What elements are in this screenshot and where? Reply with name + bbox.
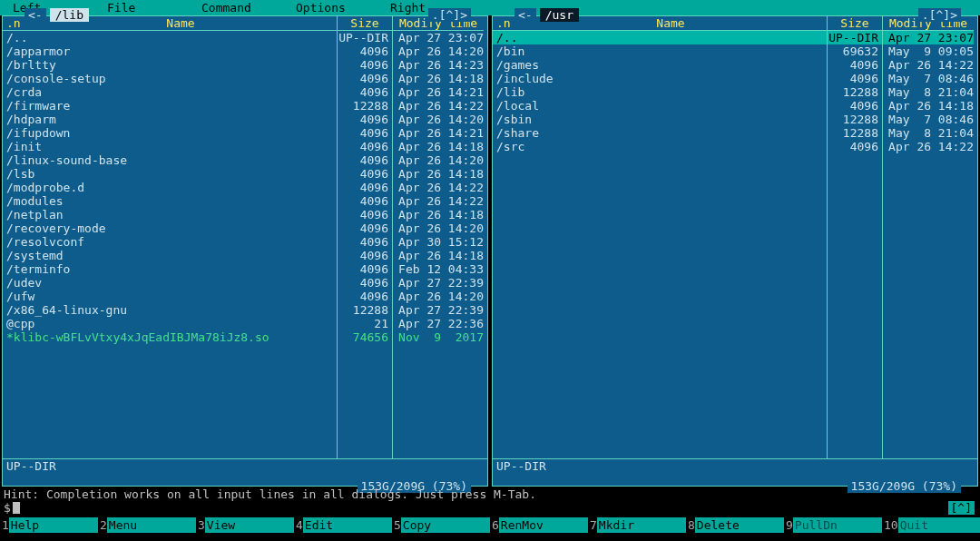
shell-area: Hint: Completion works on all input line… (0, 487, 980, 517)
file-mtime: Apr 27 22:39 (393, 276, 484, 290)
file-row[interactable]: /.. (493, 31, 827, 44)
left-panel-title[interactable]: <- /lib (24, 8, 89, 22)
subshell-indicator[interactable]: [^] (948, 501, 975, 515)
file-mtime: Nov 9 2017 (393, 330, 484, 344)
file-row[interactable]: /bin (493, 44, 827, 58)
file-row[interactable]: /src (493, 140, 827, 153)
file-row[interactable]: /include (493, 72, 827, 85)
file-row[interactable]: /ufw (3, 290, 337, 303)
fkey-view[interactable]: 3View (196, 517, 294, 533)
file-row[interactable]: /recovery-mode (3, 221, 337, 235)
file-mtime: Apr 26 14:18 (393, 72, 484, 85)
left-sort-indicator[interactable]: .[^]> (428, 8, 471, 22)
fkey-mkdir[interactable]: 7Mkdir (588, 517, 686, 533)
file-row[interactable]: /modprobe.d (3, 181, 337, 194)
file-row[interactable]: /hdparm (3, 113, 337, 126)
file-mtime: Apr 26 14:22 (393, 99, 484, 113)
file-size: 4096 (338, 140, 392, 153)
file-mtime: Apr 27 22:39 (393, 303, 484, 317)
fkey-number: 5 (392, 518, 401, 532)
file-row[interactable]: /lsb (3, 167, 337, 181)
file-row[interactable]: /brltty (3, 58, 337, 72)
file-size: 74656 (338, 330, 392, 344)
file-row[interactable]: /games (493, 58, 827, 72)
file-row[interactable]: /ifupdown (3, 126, 337, 140)
file-row[interactable]: /apparmor (3, 44, 337, 58)
function-key-bar: 1Help2Menu3View4Edit5Copy6RenMov7Mkdir8D… (0, 517, 980, 533)
file-mtime: Apr 26 14:21 (393, 126, 484, 140)
right-col-size-header[interactable]: Size (828, 16, 882, 30)
file-row[interactable]: /lib (493, 85, 827, 99)
file-size: 4096 (828, 72, 882, 85)
menu-file[interactable]: File (94, 1, 189, 15)
fkey-copy[interactable]: 5Copy (392, 517, 490, 533)
file-row[interactable]: /netplan (3, 208, 337, 221)
file-size: 4096 (338, 58, 392, 72)
file-row[interactable]: /udev (3, 276, 337, 290)
file-row[interactable]: /terminfo (3, 262, 337, 276)
shell-prompt[interactable]: $ (4, 501, 976, 515)
file-mtime: Apr 26 14:18 (393, 140, 484, 153)
fkey-edit[interactable]: 4Edit (294, 517, 392, 533)
file-row[interactable]: /local (493, 99, 827, 113)
menu-command[interactable]: Command (189, 1, 283, 15)
file-size: 4096 (338, 235, 392, 249)
file-row[interactable]: /.. (3, 31, 337, 44)
left-panel[interactable]: <- /lib .[^]> .n Name /../apparmor/brltt… (2, 15, 488, 487)
left-col-size-header[interactable]: Size (338, 16, 392, 30)
fkey-number: 1 (0, 518, 9, 532)
file-row[interactable]: /crda (3, 85, 337, 99)
file-mtime: Apr 30 15:12 (393, 235, 484, 249)
file-row[interactable]: /x86_64-linux-gnu (3, 303, 337, 317)
fkey-menu[interactable]: 2Menu (98, 517, 196, 533)
fkey-pulldn[interactable]: 9PullDn (784, 517, 882, 533)
file-size: 12288 (828, 126, 882, 140)
file-size: 4096 (338, 126, 392, 140)
file-row[interactable]: @cpp (3, 317, 337, 330)
right-panel[interactable]: <- /usr .[^]> .n Name /../bin/games/incl… (492, 15, 978, 487)
file-row[interactable]: /systemd (3, 249, 337, 262)
fkey-label: Edit (303, 517, 392, 533)
file-mtime: Apr 26 14:22 (393, 194, 484, 208)
file-row[interactable]: /firmware (3, 99, 337, 113)
fkey-renmov[interactable]: 6RenMov (490, 517, 588, 533)
file-row[interactable]: /init (3, 140, 337, 153)
left-path[interactable]: /lib (50, 8, 89, 22)
file-mtime: Apr 26 14:23 (393, 58, 484, 72)
file-mtime: May 9 09:05 (883, 44, 974, 58)
file-mtime: Apr 27 23:07 (393, 31, 484, 44)
file-row[interactable]: /modules (3, 194, 337, 208)
file-size: 21 (338, 317, 392, 330)
file-size: 4096 (338, 208, 392, 221)
fkey-delete[interactable]: 8Delete (686, 517, 784, 533)
fkey-quit[interactable]: 10Quit (882, 517, 980, 533)
fkey-number: 7 (588, 518, 597, 532)
file-mtime: May 7 08:46 (883, 72, 974, 85)
fkey-number: 8 (686, 518, 695, 532)
file-mtime: Apr 26 14:18 (883, 99, 974, 113)
file-row[interactable]: /console-setup (3, 72, 337, 85)
file-mtime: Apr 26 14:18 (393, 208, 484, 221)
fkey-label: Copy (401, 517, 490, 533)
file-row[interactable]: *klibc-wBFLvVtxy4xJqEadIBJMa78iJz8.so (3, 330, 337, 344)
file-size: 4096 (338, 167, 392, 181)
file-row[interactable]: /resolvconf (3, 235, 337, 249)
right-path[interactable]: /usr (540, 8, 579, 22)
file-size: 4096 (338, 113, 392, 126)
file-size: 4096 (338, 85, 392, 99)
file-mtime: Apr 26 14:18 (393, 249, 484, 262)
menu-options[interactable]: Options (283, 1, 377, 15)
file-row[interactable]: /sbin (493, 113, 827, 126)
file-mtime: May 8 21:04 (883, 126, 974, 140)
fkey-label: Delete (695, 517, 784, 533)
right-panel-title[interactable]: <- /usr (514, 8, 579, 22)
fkey-number: 2 (98, 518, 107, 532)
right-sort-indicator[interactable]: .[^]> (918, 8, 961, 22)
file-mtime: Apr 26 14:20 (393, 44, 484, 58)
file-row[interactable]: /linux-sound-base (3, 153, 337, 167)
left-arrow-icon: <- (24, 8, 46, 22)
file-row[interactable]: /share (493, 126, 827, 140)
fkey-number: 10 (882, 518, 898, 532)
file-size: 12288 (338, 303, 392, 317)
fkey-help[interactable]: 1Help (0, 517, 98, 533)
